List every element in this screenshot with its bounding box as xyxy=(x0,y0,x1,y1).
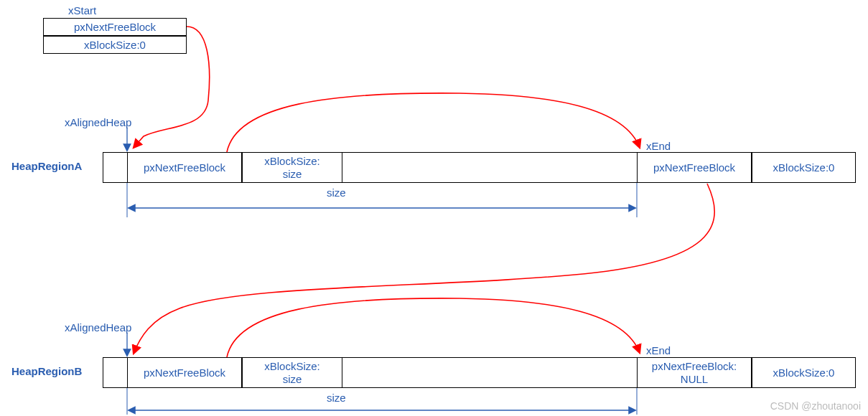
region-b-end-size: xBlockSize:0 xyxy=(752,357,856,388)
xstart-pxnext: pxNextFreeBlock xyxy=(43,18,187,36)
region-b-block0-pxnext: pxNextFreeBlock xyxy=(127,357,242,388)
region-a-block0-pxnext: pxNextFreeBlock xyxy=(127,152,242,183)
region-a-end-pxnext: pxNextFreeBlock xyxy=(637,152,752,183)
region-a-end: xEnd xyxy=(646,140,671,152)
xstart-size: xBlockSize:0 xyxy=(43,36,187,54)
region-a-end-size: xBlockSize:0 xyxy=(752,152,856,183)
region-b-aligned: xAlignedHeap xyxy=(65,321,131,334)
region-a-aligned: xAlignedHeap xyxy=(65,116,131,128)
xstart-title: xStart xyxy=(68,4,96,16)
region-a-name: HeapRegionA xyxy=(11,160,82,172)
region-b-end-pxnext: pxNextFreeBlock: NULL xyxy=(637,357,752,388)
region-b-mid-gap xyxy=(342,357,637,388)
region-a-block0-size: xBlockSize: size xyxy=(242,152,342,183)
region-b-name: HeapRegionB xyxy=(11,365,82,377)
region-a-mid-gap xyxy=(342,152,637,183)
region-b-pre-gap xyxy=(103,357,127,388)
region-b-size-dim: size xyxy=(327,392,346,404)
region-b-block0-size: xBlockSize: size xyxy=(242,357,342,388)
arrows-overlay xyxy=(0,0,868,416)
watermark: CSDN @zhoutanooi xyxy=(770,400,861,412)
region-a-pre-gap xyxy=(103,152,127,183)
region-b-end: xEnd xyxy=(646,344,671,356)
region-a-size-dim: size xyxy=(327,186,346,199)
